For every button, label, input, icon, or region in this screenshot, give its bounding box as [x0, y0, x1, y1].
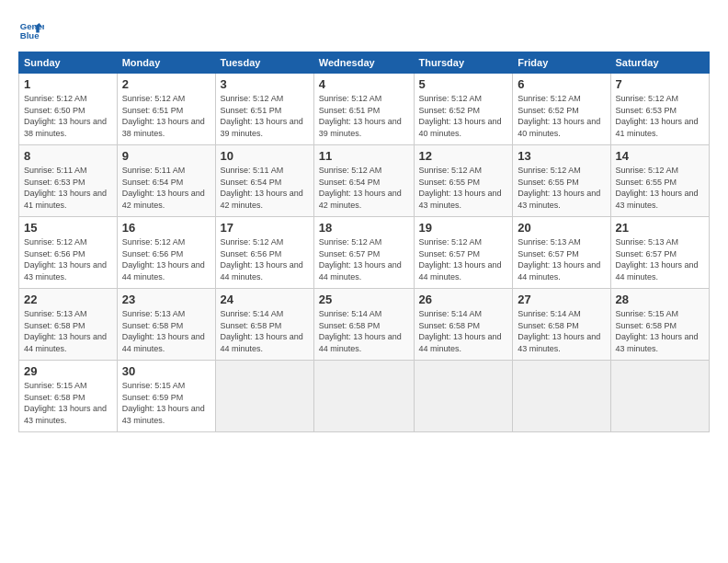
day-header-sunday: Sunday	[19, 52, 118, 74]
calendar-day-30: 30 Sunrise: 5:15 AM Sunset: 6:59 PM Dayl…	[117, 361, 215, 432]
calendar-day-15: 15 Sunrise: 5:12 AM Sunset: 6:56 PM Dayl…	[19, 217, 118, 289]
day-number: 1	[24, 77, 112, 91]
calendar-day-7: 7 Sunrise: 5:12 AM Sunset: 6:53 PM Dayli…	[610, 74, 710, 145]
day-header-friday: Friday	[513, 52, 610, 74]
calendar-header-row: SundayMondayTuesdayWednesdayThursdayFrid…	[19, 52, 710, 74]
day-detail: Sunrise: 5:12 AM Sunset: 6:50 PM Dayligh…	[24, 93, 112, 139]
day-number: 3	[221, 77, 309, 91]
calendar-day-22: 22 Sunrise: 5:13 AM Sunset: 6:58 PM Dayl…	[19, 289, 118, 361]
calendar-day-26: 26 Sunrise: 5:14 AM Sunset: 6:58 PM Dayl…	[414, 289, 513, 361]
calendar-day-13: 13 Sunrise: 5:12 AM Sunset: 6:55 PM Dayl…	[513, 145, 610, 217]
day-detail: Sunrise: 5:14 AM Sunset: 6:58 PM Dayligh…	[518, 308, 605, 354]
day-detail: Sunrise: 5:12 AM Sunset: 6:51 PM Dayligh…	[122, 93, 210, 139]
day-number: 14	[616, 149, 705, 163]
calendar-day-21: 21 Sunrise: 5:13 AM Sunset: 6:57 PM Dayl…	[610, 217, 710, 289]
day-detail: Sunrise: 5:14 AM Sunset: 6:58 PM Dayligh…	[221, 308, 309, 354]
logo-icon: General Blue	[18, 17, 44, 42]
day-number: 15	[24, 221, 112, 235]
calendar-body: 1 Sunrise: 5:12 AM Sunset: 6:50 PM Dayli…	[19, 74, 710, 432]
day-number: 7	[616, 77, 705, 91]
day-number: 2	[122, 77, 210, 91]
day-number: 23	[122, 293, 210, 306]
day-detail: Sunrise: 5:12 AM Sunset: 6:56 PM Dayligh…	[221, 236, 309, 282]
day-detail: Sunrise: 5:12 AM Sunset: 6:51 PM Dayligh…	[221, 93, 309, 139]
calendar-day-empty	[215, 361, 313, 432]
calendar-day-29: 29 Sunrise: 5:15 AM Sunset: 6:58 PM Dayl…	[19, 361, 118, 432]
day-number: 21	[616, 221, 705, 235]
calendar-day-empty	[313, 361, 414, 432]
calendar-day-11: 11 Sunrise: 5:12 AM Sunset: 6:54 PM Dayl…	[313, 145, 414, 217]
day-header-wednesday: Wednesday	[313, 52, 414, 74]
day-number: 6	[518, 77, 605, 91]
calendar-day-25: 25 Sunrise: 5:14 AM Sunset: 6:58 PM Dayl…	[313, 289, 414, 361]
calendar-week-2: 8 Sunrise: 5:11 AM Sunset: 6:53 PM Dayli…	[19, 145, 710, 217]
day-detail: Sunrise: 5:13 AM Sunset: 6:57 PM Dayligh…	[518, 236, 605, 282]
calendar-day-20: 20 Sunrise: 5:13 AM Sunset: 6:57 PM Dayl…	[513, 217, 610, 289]
day-detail: Sunrise: 5:12 AM Sunset: 6:53 PM Dayligh…	[616, 93, 705, 139]
day-number: 30	[122, 364, 210, 378]
calendar-week-3: 15 Sunrise: 5:12 AM Sunset: 6:56 PM Dayl…	[19, 217, 710, 289]
calendar-day-10: 10 Sunrise: 5:11 AM Sunset: 6:54 PM Dayl…	[215, 145, 313, 217]
day-detail: Sunrise: 5:15 AM Sunset: 6:58 PM Dayligh…	[24, 380, 112, 426]
day-detail: Sunrise: 5:13 AM Sunset: 6:58 PM Dayligh…	[122, 308, 210, 354]
calendar-day-16: 16 Sunrise: 5:12 AM Sunset: 6:56 PM Dayl…	[117, 217, 215, 289]
day-number: 28	[616, 293, 705, 306]
day-number: 8	[24, 149, 112, 163]
day-detail: Sunrise: 5:12 AM Sunset: 6:55 PM Dayligh…	[518, 165, 605, 211]
day-detail: Sunrise: 5:12 AM Sunset: 6:52 PM Dayligh…	[518, 93, 605, 139]
day-number: 19	[419, 221, 508, 235]
day-number: 12	[419, 149, 508, 163]
day-header-tuesday: Tuesday	[215, 52, 313, 74]
day-detail: Sunrise: 5:12 AM Sunset: 6:56 PM Dayligh…	[122, 236, 210, 282]
day-detail: Sunrise: 5:12 AM Sunset: 6:51 PM Dayligh…	[319, 93, 409, 139]
day-number: 10	[221, 149, 309, 163]
day-detail: Sunrise: 5:12 AM Sunset: 6:55 PM Dayligh…	[419, 165, 508, 211]
day-detail: Sunrise: 5:12 AM Sunset: 6:55 PM Dayligh…	[616, 165, 705, 211]
calendar-day-28: 28 Sunrise: 5:15 AM Sunset: 6:58 PM Dayl…	[610, 289, 710, 361]
day-detail: Sunrise: 5:14 AM Sunset: 6:58 PM Dayligh…	[419, 308, 508, 354]
calendar-day-2: 2 Sunrise: 5:12 AM Sunset: 6:51 PM Dayli…	[117, 74, 215, 145]
calendar-day-23: 23 Sunrise: 5:13 AM Sunset: 6:58 PM Dayl…	[117, 289, 215, 361]
calendar-day-5: 5 Sunrise: 5:12 AM Sunset: 6:52 PM Dayli…	[414, 74, 513, 145]
calendar-week-1: 1 Sunrise: 5:12 AM Sunset: 6:50 PM Dayli…	[19, 74, 710, 145]
calendar-day-24: 24 Sunrise: 5:14 AM Sunset: 6:58 PM Dayl…	[215, 289, 313, 361]
calendar-day-27: 27 Sunrise: 5:14 AM Sunset: 6:58 PM Dayl…	[513, 289, 610, 361]
day-number: 27	[518, 293, 605, 306]
day-number: 13	[518, 149, 605, 163]
day-detail: Sunrise: 5:11 AM Sunset: 6:53 PM Dayligh…	[24, 165, 112, 211]
calendar-day-9: 9 Sunrise: 5:11 AM Sunset: 6:54 PM Dayli…	[117, 145, 215, 217]
logo: General Blue	[18, 17, 44, 42]
day-detail: Sunrise: 5:11 AM Sunset: 6:54 PM Dayligh…	[122, 165, 210, 211]
day-detail: Sunrise: 5:11 AM Sunset: 6:54 PM Dayligh…	[221, 165, 309, 211]
calendar-day-6: 6 Sunrise: 5:12 AM Sunset: 6:52 PM Dayli…	[513, 74, 610, 145]
day-number: 20	[518, 221, 605, 235]
day-detail: Sunrise: 5:13 AM Sunset: 6:58 PM Dayligh…	[24, 308, 112, 354]
day-detail: Sunrise: 5:12 AM Sunset: 6:57 PM Dayligh…	[319, 236, 409, 282]
calendar-day-empty	[610, 361, 710, 432]
calendar-day-3: 3 Sunrise: 5:12 AM Sunset: 6:51 PM Dayli…	[215, 74, 313, 145]
day-number: 29	[24, 364, 112, 378]
day-detail: Sunrise: 5:12 AM Sunset: 6:56 PM Dayligh…	[24, 236, 112, 282]
day-detail: Sunrise: 5:15 AM Sunset: 6:59 PM Dayligh…	[122, 380, 210, 426]
calendar-week-5: 29 Sunrise: 5:15 AM Sunset: 6:58 PM Dayl…	[19, 361, 710, 432]
day-detail: Sunrise: 5:14 AM Sunset: 6:58 PM Dayligh…	[319, 308, 409, 354]
day-number: 24	[221, 293, 309, 306]
calendar-table: SundayMondayTuesdayWednesdayThursdayFrid…	[18, 52, 710, 432]
day-number: 5	[419, 77, 508, 91]
calendar-day-17: 17 Sunrise: 5:12 AM Sunset: 6:56 PM Dayl…	[215, 217, 313, 289]
calendar-day-12: 12 Sunrise: 5:12 AM Sunset: 6:55 PM Dayl…	[414, 145, 513, 217]
calendar-day-empty	[513, 361, 610, 432]
day-number: 4	[319, 77, 409, 91]
day-header-saturday: Saturday	[610, 52, 710, 74]
day-number: 25	[319, 293, 409, 306]
calendar-week-4: 22 Sunrise: 5:13 AM Sunset: 6:58 PM Dayl…	[19, 289, 710, 361]
calendar-day-14: 14 Sunrise: 5:12 AM Sunset: 6:55 PM Dayl…	[610, 145, 710, 217]
day-number: 18	[319, 221, 409, 235]
calendar-day-18: 18 Sunrise: 5:12 AM Sunset: 6:57 PM Dayl…	[313, 217, 414, 289]
calendar-day-8: 8 Sunrise: 5:11 AM Sunset: 6:53 PM Dayli…	[19, 145, 118, 217]
header: General Blue	[18, 17, 710, 42]
day-header-monday: Monday	[117, 52, 215, 74]
day-header-thursday: Thursday	[414, 52, 513, 74]
calendar-day-4: 4 Sunrise: 5:12 AM Sunset: 6:51 PM Dayli…	[313, 74, 414, 145]
calendar-day-19: 19 Sunrise: 5:12 AM Sunset: 6:57 PM Dayl…	[414, 217, 513, 289]
